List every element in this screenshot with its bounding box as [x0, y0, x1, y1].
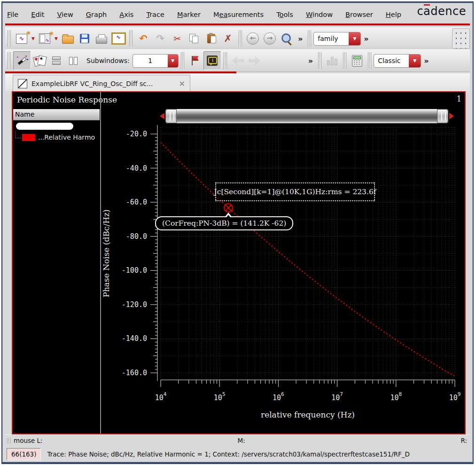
panel-divider[interactable] [100, 92, 101, 433]
calculator-button[interactable] [349, 52, 366, 70]
redo-icon: ↷ [156, 33, 164, 44]
back-arrow-icon: ← [247, 32, 259, 45]
menu-item-tools[interactable]: Tools [276, 11, 293, 18]
toolbar-handle[interactable] [368, 52, 371, 69]
trace-phase-noise[interactable] [161, 142, 455, 376]
strip-chart-button[interactable]: ♥♠ [31, 52, 48, 70]
y-tick-label: -140.0 [122, 334, 147, 343]
grid [161, 127, 455, 379]
new-subwindow-button[interactable]: ∿* [36, 30, 53, 47]
menu-item-help[interactable]: Help [386, 11, 401, 18]
open-button[interactable] [59, 30, 76, 47]
point-count-badge: 66(163) [7, 448, 41, 460]
jitter-annotation-box[interactable]: Jc[Second][k=1]@(10K,1G)Hz:rms = 223.6f [215, 182, 375, 201]
application-window: FileEditViewGraphAxisTraceMarkerMeasurem… [1, 1, 474, 464]
statusbar-grip[interactable] [7, 438, 10, 444]
x-axis-title: relative frequency (Hz) [261, 410, 355, 419]
annotation-balloon-button[interactable]: i [203, 51, 221, 70]
previous-arrow-icon [232, 56, 243, 65]
toolbar-handle[interactable] [239, 30, 242, 47]
previous-view-button[interactable] [229, 52, 246, 70]
y-tick-label: -20.0 [126, 130, 147, 138]
mouse-left-label: mouse L: [14, 437, 43, 444]
x-axis-ruler[interactable] [161, 380, 455, 387]
toolbar-overflow-button[interactable]: » [424, 56, 429, 65]
mouse-status-bar: mouse L: M: R: [5, 434, 470, 448]
subwindows-combobox[interactable]: 1 ▼ [133, 54, 179, 68]
zoom-fit-button[interactable] [278, 30, 295, 47]
menu-item-window[interactable]: Window [306, 11, 333, 18]
style-dropdown-button[interactable]: ▼ [409, 55, 421, 67]
back-button[interactable]: ← [244, 30, 261, 47]
snapshot-button[interactable]: ∿ [110, 30, 127, 47]
marker-balloon[interactable]: (CorFreq:PN-3dB) = (141.2K -62) [155, 216, 293, 230]
new-window-dropdown[interactable]: ▼ [30, 30, 36, 47]
family-combobox-value: family [314, 32, 349, 45]
split-vertical-button[interactable] [65, 52, 82, 70]
graph-window: Periodic Noise Response 1 Name ...Relati… [12, 91, 466, 434]
new-star-icon: * [26, 31, 31, 39]
legend-item-label: ...Relative Harmo [38, 134, 95, 141]
toolbar-handle[interactable] [8, 30, 11, 47]
mouse-middle-label: M: [238, 437, 245, 444]
redo-button[interactable]: ↷ [152, 30, 169, 47]
magic-wand-icon [16, 55, 28, 67]
family-combobox[interactable]: family ▼ [313, 32, 361, 46]
toolbar-handle[interactable] [181, 52, 184, 69]
histogram-icon [327, 56, 337, 65]
save-button[interactable] [76, 30, 93, 47]
y-axis-ruler[interactable] [150, 125, 157, 381]
menu-item-browser[interactable]: Browser [345, 11, 373, 18]
new-window-button[interactable]: ∿* [13, 30, 30, 47]
phase-noise-chart: -20.0-40.0-60.0-80.0-100.0-120.0-140.0-1… [101, 92, 465, 433]
tab-title: ExampleLibRF VC_Ring_Osc_Diff sc... [31, 80, 153, 87]
toolbar-handle[interactable] [308, 30, 311, 47]
menu-item-file[interactable]: File [7, 11, 18, 18]
toolbar-handle[interactable] [8, 52, 11, 69]
toolbar-overflow-button[interactable]: » [308, 56, 313, 65]
flag-button[interactable] [187, 52, 203, 70]
x-tick-label: 107 [331, 391, 343, 402]
delete-button[interactable]: ✗ [219, 30, 236, 47]
menu-item-trace[interactable]: Trace [146, 11, 164, 18]
subwindows-dropdown-button[interactable]: ▼ [168, 55, 178, 67]
style-combobox[interactable]: Classic ▼ [374, 54, 421, 68]
legend-name-header[interactable]: Name [13, 109, 100, 120]
wizard-button[interactable] [13, 51, 31, 70]
cut-button[interactable]: ✂ [169, 30, 186, 47]
new-subwindow-dropdown[interactable]: ▼ [53, 30, 59, 47]
point-marker[interactable] [224, 204, 233, 212]
menu-item-marker[interactable]: Marker [177, 11, 201, 18]
open-folder-icon [62, 36, 74, 44]
family-dropdown-button[interactable]: ▼ [349, 32, 360, 45]
tab-close-icon[interactable]: × [179, 79, 185, 88]
y-tick-label: -40.0 [126, 164, 147, 173]
split-vertical-icon [69, 57, 78, 65]
legend-item[interactable]: ...Relative Harmo [15, 134, 95, 141]
forward-button[interactable]: → [261, 30, 278, 47]
toolbar-handle[interactable] [129, 30, 133, 47]
menu-item-view[interactable]: View [57, 11, 73, 18]
menu-item-graph[interactable]: Graph [86, 11, 107, 18]
menu-item-edit[interactable]: Edit [31, 11, 44, 18]
menu-item-axis[interactable]: Axis [119, 11, 133, 18]
tree-branch-icon [15, 131, 21, 138]
toolbar-handle[interactable] [318, 52, 321, 69]
toolbar-handle[interactable] [343, 52, 346, 69]
next-view-button[interactable] [246, 52, 263, 70]
histogram-button[interactable] [324, 52, 341, 70]
toolbar-overflow-button[interactable]: » [364, 34, 368, 43]
toolbar-handle[interactable] [224, 52, 227, 69]
print-button[interactable] [93, 30, 110, 47]
copy-button[interactable] [186, 30, 203, 47]
undo-button[interactable]: ↶ [135, 30, 152, 47]
graph-tab-icon [18, 79, 27, 88]
info-balloon-icon: i [207, 55, 218, 66]
paste-button[interactable] [203, 30, 219, 47]
menu-item-measurements[interactable]: Measurements [213, 11, 264, 18]
graph-window-tab[interactable]: ExampleLibRF VC_Ring_Osc_Diff sc... × [13, 75, 190, 92]
trace-status-bar: 66(163) Trace: Phase Noise; dBc/Hz, Rela… [5, 447, 470, 462]
toolbar-overflow-button[interactable]: » [298, 34, 303, 43]
split-horizontal-button[interactable] [48, 52, 65, 70]
trace-color-swatch[interactable] [22, 134, 35, 141]
